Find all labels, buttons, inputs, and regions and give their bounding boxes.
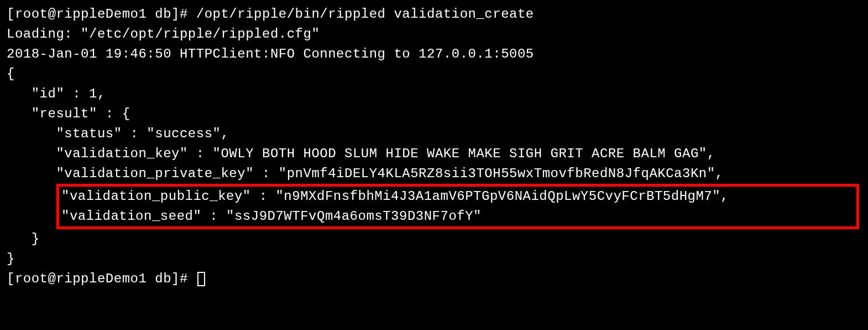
prompt-line[interactable]: [root@rippleDemo1 db]# [7,269,861,289]
json-result-open: "result" : { [7,104,861,124]
json-id-line: "id" : 1, [7,84,861,104]
loading-line: Loading: "/etc/opt/ripple/rippled.cfg" [7,24,861,44]
cursor-icon [197,272,205,286]
json-close-brace: } [7,249,861,269]
json-public-key-line: "validation_public_key" : "n9MXdFnsfbhMi… [61,187,854,207]
json-status-line: "status" : "success", [7,124,861,144]
prompt-text: [root@rippleDemo1 db]# [7,271,196,286]
json-seed-line: "validation_seed" : "ssJ9D7WTFvQm4a6omsT… [61,207,854,226]
json-validation-key-line: "validation_key" : "OWLY BOTH HOOD SLUM … [7,144,861,164]
json-open-brace: { [7,64,861,84]
connecting-line: 2018-Jan-01 19:46:50 HTTPClient:NFO Conn… [7,44,861,64]
json-private-key-line: "validation_private_key" : "pnVmf4iDELY4… [7,164,861,184]
highlighted-keys-box: "validation_public_key" : "n9MXdFnsfbhMi… [56,184,859,229]
json-result-close: } [7,229,861,249]
command-line: [root@rippleDemo1 db]# /opt/ripple/bin/r… [7,4,861,24]
